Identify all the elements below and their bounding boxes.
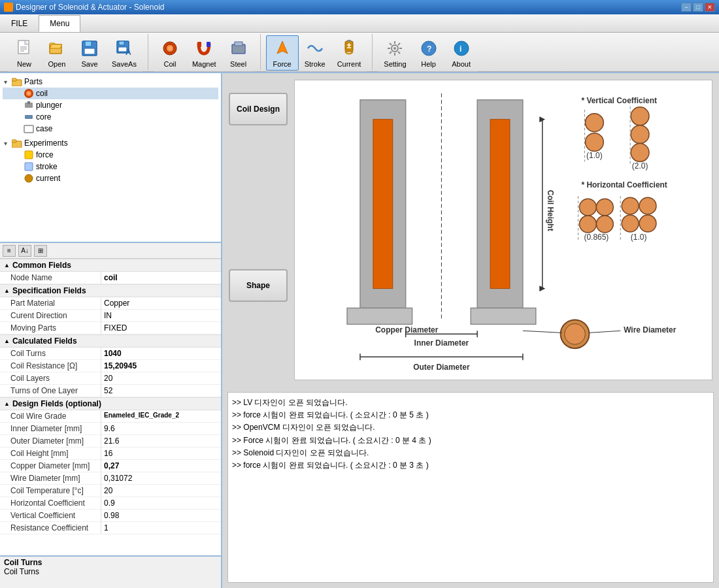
svg-point-94 [639, 197, 656, 214]
file-menu-tab[interactable]: FILE [0, 15, 39, 32]
help-button[interactable]: ? Help [412, 35, 445, 71]
open-button[interactable]: Open [41, 35, 73, 71]
coil-resistance-value[interactable]: 15,20945 [101, 360, 221, 372]
svg-point-88 [579, 199, 596, 216]
about-icon: i [451, 38, 472, 59]
coil-label: Coil [163, 60, 176, 68]
svg-rect-19 [235, 42, 242, 46]
folder-icon-experiments [12, 138, 22, 148]
current-dir-value[interactable]: IN [101, 310, 221, 321]
svg-rect-47 [25, 115, 33, 119]
outer-dia-value[interactable]: 21.6 [101, 435, 221, 447]
props-az-btn[interactable]: A↓ [18, 245, 31, 257]
collapse-common-icon: ▲ [4, 262, 10, 269]
props-grid-btn[interactable]: ⊞ [34, 245, 47, 257]
tree-item-experiments[interactable]: ▾ Experiments [3, 137, 218, 149]
close-button[interactable]: ✕ [705, 3, 715, 12]
prop-resist-coeff: Resistance Coefficient 1 [0, 522, 221, 534]
tree-item-case[interactable]: case [3, 123, 218, 135]
force-button[interactable]: Force [266, 35, 299, 71]
setting-button[interactable]: Setting [378, 35, 412, 71]
toolbar-file-section: New Open [3, 34, 148, 70]
svg-point-78 [585, 114, 603, 132]
coil-layers-value[interactable]: 20 [101, 372, 221, 384]
stroke-button[interactable]: Stroke [299, 35, 331, 71]
horiz-coeff-value[interactable]: 0.9 [101, 497, 221, 509]
prop-copper-dia: Copper Diameter [mm] 0,27 [0, 460, 221, 472]
svg-rect-17 [207, 42, 210, 47]
toolbar-design-section: Coil Magnet [148, 34, 261, 70]
tree-item-parts[interactable]: ▾ Parts [3, 76, 218, 88]
tree-item-plunger[interactable]: plunger [3, 99, 218, 111]
prop-turns-one-layer: Turns of One Layer 52 [0, 385, 221, 397]
help-label: Help [421, 60, 436, 68]
magnet-icon [193, 38, 214, 59]
force-tree-icon [24, 150, 34, 160]
svg-rect-46 [27, 101, 30, 104]
prop-coil-layers: Coil Layers 20 [0, 372, 221, 385]
vert-coeff-value[interactable]: 0.98 [101, 510, 221, 521]
svg-text:(0.865): (0.865) [584, 233, 609, 242]
saveas-button[interactable]: A SaveAs [106, 35, 142, 71]
new-button[interactable]: New [8, 35, 41, 71]
svg-line-75 [589, 331, 620, 333]
stroke-label: stroke [36, 162, 58, 171]
current-button[interactable]: Current [331, 35, 367, 71]
props-sort-btn[interactable]: ≡ [3, 245, 16, 257]
right-panel: Coil Design Shape [222, 73, 719, 588]
wire-grade-value[interactable]: Enameled_IEC_Grade_2 [101, 410, 221, 422]
inner-dia-value[interactable]: 9.6 [101, 423, 221, 434]
maximize-button[interactable]: □ [693, 3, 703, 12]
prop-vert-coeff: Vertical Coefficient 0.98 [0, 510, 221, 522]
minimize-button[interactable]: − [681, 3, 692, 12]
turns-one-layer-value[interactable]: 52 [101, 385, 221, 397]
prop-horiz-coeff: Horizontal Coefficient 0.9 [0, 497, 221, 510]
coil-turns-value[interactable]: 1040 [101, 348, 221, 359]
collapse-calc-icon: ▲ [4, 338, 10, 344]
tree-item-stroke[interactable]: stroke [3, 161, 218, 172]
tree-item-force[interactable]: force [3, 149, 218, 161]
copper-dia-value[interactable]: 0,27 [101, 460, 221, 472]
svg-rect-7 [85, 41, 92, 46]
node-name-value[interactable]: coil [101, 272, 221, 284]
shape-button[interactable]: Shape [229, 269, 288, 302]
menu-tab[interactable]: Menu [39, 15, 80, 32]
prop-inner-dia: Inner Diameter [mm] 9.6 [0, 423, 221, 435]
coil-button[interactable]: Coil [154, 35, 186, 71]
setting-icon [384, 38, 405, 59]
design-area: Coil Design Shape [222, 73, 719, 387]
log-line-4: >> Solenoid 디자인이 오픈 되었습니다. [232, 447, 709, 459]
magnet-button[interactable]: Magnet [186, 35, 222, 71]
log-line-1: >> force 시험이 완료 되었습니다. ( 소요시간 : 0 분 5 초 … [232, 409, 709, 421]
svg-rect-22 [347, 40, 351, 42]
resist-coeff-value[interactable]: 1 [101, 522, 221, 534]
prop-wire-dia: Wire Diameter [mm] 0,31072 [0, 472, 221, 485]
svg-line-33 [398, 52, 400, 54]
tree-item-core[interactable]: core [3, 111, 218, 123]
prop-part-material: Part Material Copper [0, 297, 221, 310]
prop-coil-turns: Coil Turns 1040 [0, 348, 221, 360]
moving-parts-value[interactable]: FIXED [101, 322, 221, 334]
log-line-2: >> OpenVCM 디자인이 오픈 되었습니다. [232, 421, 709, 434]
current-label: Current [337, 60, 361, 68]
log-line-5: >> force 시험이 완료 되었습니다. ( 소요시간 : 0 분 3 초 … [232, 459, 709, 472]
save-button[interactable]: Save [73, 35, 106, 71]
svg-text:Wire Diameter: Wire Diameter [624, 325, 677, 335]
plunger-label: plunger [36, 101, 62, 110]
wire-dia-value[interactable]: 0,31072 [101, 472, 221, 484]
help-icon: ? [418, 38, 439, 59]
svg-rect-58 [347, 308, 412, 324]
tree-item-coil[interactable]: coil [3, 88, 218, 99]
expand-parts: ▾ [4, 78, 12, 86]
coil-temp-value[interactable]: 20 [101, 485, 221, 497]
current-icon [339, 38, 360, 59]
design-fields-label: Design Fields (optional) [12, 399, 101, 408]
about-button[interactable]: i About [445, 35, 478, 71]
tree-item-current[interactable]: current [3, 172, 218, 184]
steel-button[interactable]: Steel [222, 35, 255, 71]
coil-height-value[interactable]: 16 [101, 448, 221, 459]
section-design: ▲ Design Fields (optional) [0, 397, 221, 410]
section-calculated: ▲ Calculated Fields [0, 335, 221, 348]
part-material-value[interactable]: Copper [101, 297, 221, 309]
coil-design-button[interactable]: Coil Design [229, 93, 288, 125]
